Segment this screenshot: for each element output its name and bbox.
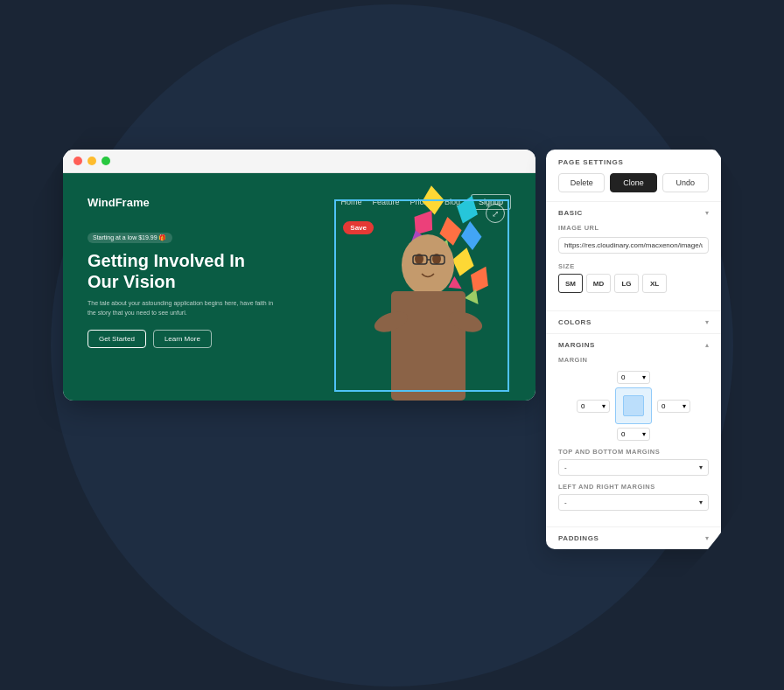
clone-button[interactable]: Clone [610, 173, 656, 192]
panel-actions: Delete Clone Undo [558, 173, 709, 192]
panel-title: PAGE SETTINGS [558, 158, 709, 166]
hero-subtitle: The tale about your astounding applicati… [88, 299, 280, 317]
hero-badge: Starting at a low $19.99 🎁 [88, 233, 172, 243]
margin-bottom-arrow: ▾ [642, 430, 646, 438]
margin-bottom-input[interactable]: 0 ▾ [617, 428, 650, 441]
image-url-label: IMAGE URL [558, 224, 709, 232]
browser-bar [63, 150, 536, 173]
hero-logo: WindFrame [88, 196, 150, 209]
top-bottom-margins-value: - [564, 463, 567, 471]
size-label: SIZE [558, 262, 709, 270]
margins-section-label: MARGINS [558, 341, 595, 349]
paddings-chevron-icon: ▾ [705, 534, 709, 542]
margin-right-value: 0 [662, 402, 665, 410]
margin-center-inner [623, 395, 644, 416]
left-right-margins-select[interactable]: - ▾ [558, 494, 709, 511]
margin-top-arrow: ▾ [642, 373, 646, 381]
get-started-button[interactable]: Get Started [88, 330, 146, 348]
hero-buttons: Get Started Learn More [88, 330, 280, 348]
margin-left-input[interactable]: 0 ▾ [577, 400, 610, 413]
panel-header: PAGE SETTINGS Delete Clone Undo [546, 150, 721, 202]
margin-bottom-row: 0 ▾ [617, 428, 650, 441]
basic-section-content: IMAGE URL SIZE SM MD LG XL [546, 224, 721, 310]
preview-window: WindFrame Home Feature Pricing Blog Sign… [63, 150, 536, 401]
save-badge[interactable]: Save [343, 221, 374, 234]
top-bottom-chevron-icon: ▾ [699, 463, 703, 471]
size-md-button[interactable]: MD [586, 274, 611, 293]
margin-bottom-value: 0 [621, 430, 625, 438]
colors-chevron-icon: ▾ [705, 318, 709, 326]
fullscreen-icon[interactable]: ⤢ [486, 204, 505, 223]
browser-dot-green [102, 157, 110, 165]
hero-content: Starting at a low $19.99 🎁 Getting Invol… [88, 227, 280, 348]
paddings-section-label: PADDINGS [558, 534, 598, 542]
top-bottom-margins-select[interactable]: - ▾ [558, 459, 709, 476]
left-right-margins-label: LEFT AND RIGHT MARGINS [558, 483, 709, 491]
svg-rect-14 [391, 291, 466, 401]
margins-chevron-icon: ▴ [705, 341, 709, 349]
svg-marker-0 [418, 184, 447, 217]
size-lg-button[interactable]: LG [614, 274, 639, 293]
size-options: SM MD LG XL [558, 274, 709, 293]
colors-section-header[interactable]: COLORS ▾ [546, 311, 721, 333]
colors-section-label: COLORS [558, 318, 592, 326]
margin-label: MARGIN [558, 356, 709, 364]
margin-top-row: 0 ▾ [617, 371, 650, 384]
left-right-margins-value: - [564, 498, 567, 506]
margin-middle-row: 0 ▾ 0 ▾ [577, 387, 690, 424]
learn-more-button[interactable]: Learn More [153, 330, 212, 348]
margin-top-input[interactable]: 0 ▾ [617, 371, 650, 384]
image-url-input[interactable] [558, 237, 709, 254]
hero-title: Getting Involved In Our Vision [88, 250, 280, 292]
margins-section-content: MARGIN 0 ▾ 0 ▾ [546, 356, 721, 526]
settings-panel: PAGE SETTINGS Delete Clone Undo BASIC ▾ … [546, 150, 721, 549]
margin-left-arrow: ▾ [602, 402, 606, 410]
basic-chevron-icon: ▾ [705, 209, 709, 217]
margin-left-value: 0 [581, 402, 584, 410]
margins-section-header[interactable]: MARGINS ▴ [546, 334, 721, 356]
delete-button[interactable]: Delete [558, 173, 605, 192]
margin-top-value: 0 [621, 373, 625, 381]
margin-center-box [615, 387, 652, 424]
basic-section-label: BASIC [558, 209, 583, 217]
svg-point-13 [402, 234, 454, 296]
undo-button[interactable]: Undo [662, 173, 709, 192]
basic-section-header[interactable]: BASIC ▾ [546, 202, 721, 224]
margin-grid: 0 ▾ 0 ▾ 0 ▾ [558, 371, 709, 441]
paddings-section-header[interactable]: PADDINGS ▾ [546, 527, 721, 549]
browser-dot-yellow [88, 157, 96, 165]
browser-dot-red [74, 157, 82, 165]
hero-section: WindFrame Home Feature Pricing Blog Sign… [63, 173, 536, 401]
margin-right-input[interactable]: 0 ▾ [657, 400, 690, 413]
person-image [365, 217, 492, 401]
size-sm-button[interactable]: SM [558, 274, 583, 293]
margin-right-arrow: ▾ [682, 402, 686, 410]
left-right-chevron-icon: ▾ [699, 498, 703, 506]
top-bottom-margins-label: TOP AND BOTTOM MARGINS [558, 448, 709, 456]
size-xl-button[interactable]: XL [642, 274, 667, 293]
